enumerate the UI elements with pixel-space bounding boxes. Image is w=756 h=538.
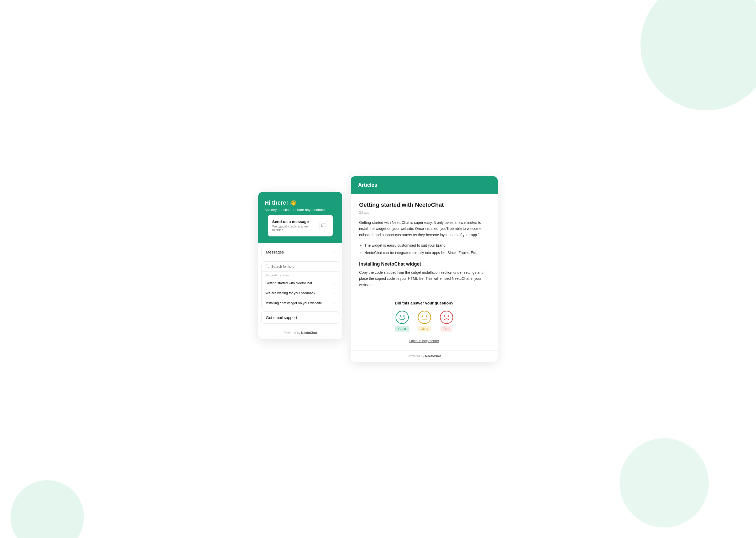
articles-panel-footer: Powered by NeetoChat (351, 350, 498, 362)
email-support-label: Get email support (266, 315, 297, 320)
article-main-title: Getting started with NeetoChat (359, 201, 489, 209)
svg-point-5 (403, 315, 404, 317)
article-section-title: Installing NeetoChat widget (359, 261, 489, 267)
article-item-2[interactable]: We are waiting for your feedback › (262, 288, 339, 298)
search-icon (265, 264, 269, 269)
good-emoji-icon (395, 310, 409, 324)
send-message-title: Send us a message (272, 219, 319, 224)
email-support-chevron: › (333, 315, 335, 320)
chat-header: Hi there! 👋 Ask any question or share an… (258, 192, 342, 243)
feedback-good-button[interactable]: Good (395, 310, 409, 332)
svg-point-11 (444, 315, 445, 317)
messages-chevron: › (333, 250, 335, 254)
article-intro: Getting started with NeetoChat is super … (359, 220, 489, 238)
article-item-1-chevron: › (334, 281, 335, 285)
search-container: Suggested articles Getting started with … (261, 261, 339, 308)
feedback-question: Did this answer your question? (359, 301, 489, 305)
svg-point-6 (418, 311, 431, 324)
article-item-2-label: We are waiting for your feedback (265, 291, 315, 295)
send-message-subtitle: We typically reply in a few minutes (272, 225, 319, 232)
send-message-left: Send us a message We typically reply in … (272, 219, 319, 232)
feedback-bad-label: Bad (441, 326, 452, 332)
messages-button[interactable]: Messages › (261, 246, 339, 258)
bad-emoji-icon (440, 310, 453, 324)
svg-line-2 (268, 267, 269, 268)
open-help-center-link[interactable]: Open in help center (409, 339, 439, 343)
article-bullet-2: NeetoChat can be integrated directly int… (364, 250, 489, 256)
article-item-2-chevron: › (334, 291, 335, 295)
svg-point-12 (448, 315, 449, 317)
messages-label: Messages (266, 250, 284, 254)
search-row (262, 262, 339, 272)
articles-header-title: Articles (358, 182, 490, 188)
page-container: Hi there! 👋 Ask any question or share an… (248, 166, 508, 372)
feedback-section: Did this answer your question? Good (359, 296, 489, 343)
feedback-bad-button[interactable]: Bad (440, 310, 453, 332)
article-item-1-label: Getting started with NeetoChat (265, 281, 312, 285)
articles-panel: Articles Getting started with NeetoChat … (351, 176, 498, 362)
article-item-3[interactable]: Installing chat widget on your website › (262, 298, 339, 308)
feedback-buttons: Good Okay (359, 310, 489, 332)
chat-widget-footer: Powered by NeetoChat (258, 327, 342, 339)
articles-header: Articles (351, 176, 498, 194)
article-bullet-list: The widget is easily customised to suit … (364, 242, 489, 256)
article-bullet-1: The widget is easily customised to suit … (364, 242, 489, 249)
svg-point-10 (440, 311, 453, 324)
svg-point-8 (426, 315, 427, 317)
chat-footer-brand: NeetoChat (301, 331, 317, 335)
article-timestamp: 2d ago (359, 210, 489, 214)
bg-decoration-1 (640, 0, 756, 110)
chat-footer-prefix: Powered by (284, 331, 301, 335)
feedback-okay-label: Okay (418, 326, 431, 332)
svg-point-4 (400, 315, 401, 317)
article-item-1[interactable]: Getting started with NeetoChat › (262, 278, 339, 288)
feedback-okay-button[interactable]: Okay (418, 310, 431, 332)
article-section-body: Copy the code snippet from the qidget in… (359, 270, 489, 288)
articles-footer-brand: NeetoChat (425, 354, 441, 358)
chat-widget: Hi there! 👋 Ask any question or share an… (258, 192, 342, 339)
svg-rect-0 (321, 224, 326, 227)
articles-content: Getting started with NeetoChat 2d ago Ge… (351, 194, 498, 350)
bg-decoration-3 (11, 480, 84, 538)
svg-point-3 (396, 311, 408, 324)
send-message-icon (319, 221, 328, 230)
articles-footer-prefix: Powered by (408, 354, 425, 358)
send-message-card[interactable]: Send us a message We typically reply in … (268, 215, 333, 237)
chat-header-subtitle: Ask any question or share any feedback (264, 208, 336, 212)
email-support-button[interactable]: Get email support › (261, 311, 339, 324)
suggested-articles-label: Suggested articles (262, 272, 339, 278)
chat-header-title: Hi there! 👋 (264, 199, 336, 206)
article-item-3-chevron: › (334, 301, 335, 305)
feedback-good-label: Good (395, 326, 409, 332)
bg-decoration-2 (620, 438, 709, 527)
article-item-3-label: Installing chat widget on your website (265, 301, 322, 305)
svg-point-7 (422, 315, 423, 317)
chat-body: Messages › Suggested articles Gett (258, 243, 342, 327)
okay-emoji-icon (418, 310, 431, 324)
search-input[interactable] (271, 265, 335, 268)
